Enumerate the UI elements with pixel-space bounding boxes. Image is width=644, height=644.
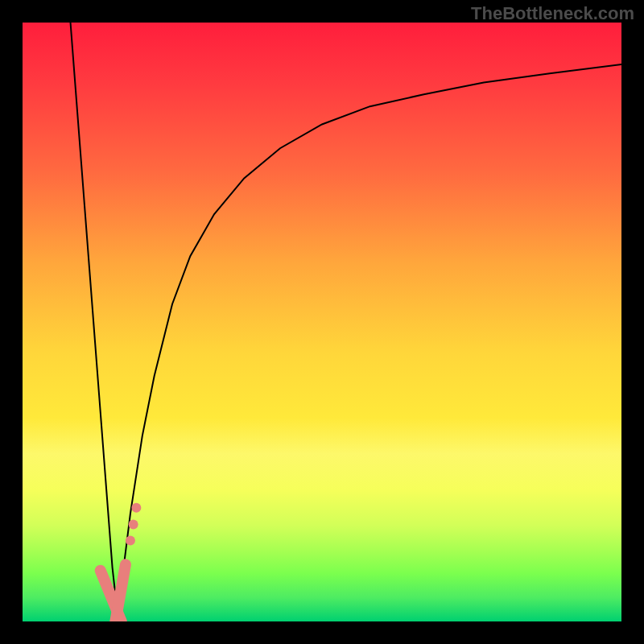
marker-segment (115, 564, 126, 621)
left-branch-curve (71, 23, 119, 621)
plot-area (23, 23, 621, 621)
marker-dot (126, 536, 135, 546)
marker-dot (129, 519, 138, 529)
chart-svg (23, 23, 621, 621)
right-branch-curve (118, 64, 621, 621)
marker-group (101, 503, 142, 621)
marker-dot (131, 503, 141, 513)
curve-group (71, 23, 621, 621)
chart-frame: TheBottleneck.com (0, 0, 644, 644)
watermark-label: TheBottleneck.com (471, 3, 634, 24)
